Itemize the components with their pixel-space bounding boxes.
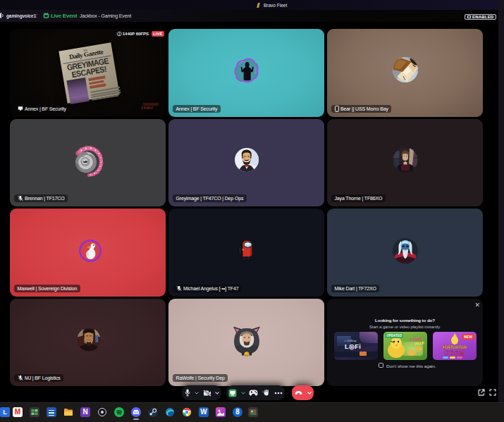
svg-text:DOOM: DOOM [445,349,465,356]
svg-text:VILLE: VILLE [414,340,425,345]
